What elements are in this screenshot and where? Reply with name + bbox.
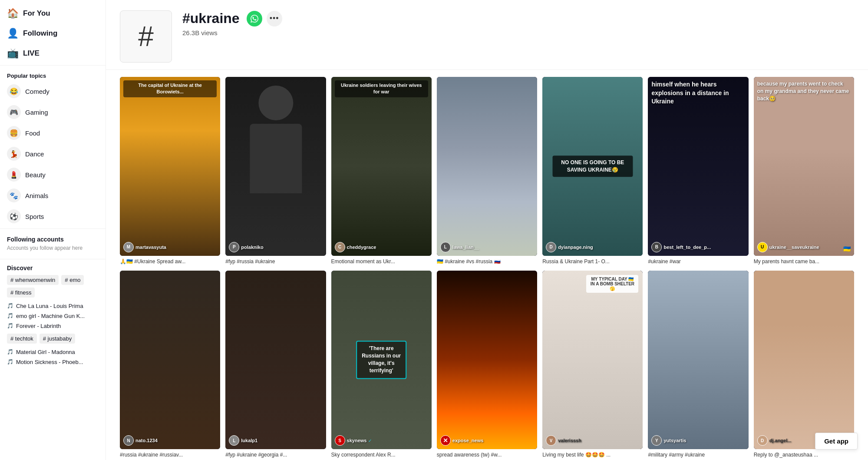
- card3-username: cheddygrace: [347, 245, 376, 250]
- sidebar-topic-comedy[interactable]: 😂 Comedy: [0, 81, 106, 102]
- beauty-icon: 💄: [7, 168, 21, 182]
- card4-user-badge: L lawa_lian__: [440, 242, 479, 252]
- sidebar-topic-sports[interactable]: ⚽ Sports: [0, 206, 106, 227]
- sidebar: 🏠 For You 👤 Following 📺 LIVE Popular top…: [0, 0, 106, 460]
- song-material-girl[interactable]: 🎵 Material Girl - Madonna: [7, 347, 99, 357]
- song-che-la-luna[interactable]: 🎵 Che La Luna - Louis Prima: [7, 301, 99, 311]
- sidebar-nav-item-live[interactable]: 📺 LIVE: [0, 43, 106, 63]
- food-icon: 🍔: [7, 126, 21, 140]
- card12-user-badge: V valerisssh: [546, 435, 581, 446]
- card9-user-badge: L lukalp1: [229, 435, 257, 446]
- hashtag-views: 26.3B views: [182, 29, 282, 36]
- card1-caption: 🙏🇺🇦 #Ukraine Spread aw...: [120, 258, 220, 265]
- card13-user-badge: Y yutsyartis: [651, 435, 686, 446]
- card14-caption: Reply to @_anasteushaa ...: [754, 451, 854, 459]
- sidebar-nav-item-for-you[interactable]: 🏠 For You: [0, 3, 106, 23]
- video-card-8[interactable]: N nato.1234 #russia #ukraine #russiav...: [120, 271, 220, 459]
- card3-overlay: Ukraine soldiers leaving their wives for…: [335, 80, 428, 97]
- card7-user-badge: U ukraine__saveukraine: [757, 242, 819, 252]
- sidebar-nav-item-following[interactable]: 👤 Following: [0, 23, 106, 43]
- card13-caption: #military #army #ukraine: [648, 451, 748, 459]
- sidebar-nav-label-live: LIVE: [23, 49, 40, 58]
- card7-caption: My parents havnt came ba...: [754, 258, 854, 265]
- following-accounts-section: Following accounts Accounts you follow a…: [0, 231, 106, 257]
- card5-avatar: D: [546, 242, 556, 252]
- card9-avatar: L: [229, 435, 239, 446]
- card5-caption: Russia & Ukraine Part 1- O...: [542, 258, 643, 265]
- card8-username: nato.1234: [135, 438, 158, 443]
- live-icon: 📺: [7, 48, 19, 59]
- video-card-12[interactable]: MY TYPICAL DAY 🇺🇦IN A BOMB SHELTER🫣 V va…: [542, 271, 643, 459]
- tag-emo[interactable]: # emo: [61, 275, 84, 285]
- card11-caption: spread awareness (tw) #w...: [437, 451, 537, 459]
- video-card-1[interactable]: The capital of Ukraine at the Borowiets.…: [120, 77, 220, 265]
- card13-avatar: Y: [651, 435, 662, 446]
- tag-techtok[interactable]: # techtok: [7, 334, 37, 344]
- card4-username: lawa_lian__: [452, 245, 479, 250]
- get-app-button[interactable]: Get app: [815, 433, 858, 450]
- card14-user-badge: D dj.angel...: [757, 435, 792, 446]
- person-icon: 👤: [7, 28, 19, 39]
- gaming-label: Gaming: [25, 109, 48, 116]
- tag-justababy[interactable]: # justababy: [40, 334, 76, 344]
- card10-user-badge: S skynews ✓: [335, 435, 372, 446]
- song-forever[interactable]: 🎵 Forever - Labrinth: [7, 321, 99, 331]
- card7-username: ukraine__saveukraine: [769, 245, 819, 250]
- sidebar-topic-animals[interactable]: 🐾 Animals: [0, 185, 106, 206]
- sidebar-topic-beauty[interactable]: 💄 Beauty: [0, 164, 106, 185]
- popular-topics-title: Popular topics: [0, 67, 106, 81]
- song-motion-sickness[interactable]: 🎵 Motion Sickness - Phoeb...: [7, 357, 99, 367]
- card4-caption: 🇺🇦 #ukraine #vs #russia 🇷🇺: [437, 258, 537, 265]
- sidebar-topic-food[interactable]: 🍔 Food: [0, 122, 106, 143]
- card8-avatar: N: [123, 435, 134, 446]
- card10-username: skynews: [347, 438, 367, 443]
- card6-user-badge: B best_left_to_dee_p...: [651, 242, 711, 252]
- tag-fitness[interactable]: # fitness: [7, 288, 35, 298]
- video-card-10[interactable]: 'There are Russians in our village, it's…: [331, 271, 432, 459]
- comedy-label: Comedy: [25, 88, 50, 95]
- card10-overlay-box: 'There are Russians in our village, it's…: [356, 341, 406, 379]
- video-card-3[interactable]: Ukraine soldiers leaving their wives for…: [331, 77, 432, 265]
- discover-title: Discover: [7, 265, 99, 271]
- video-card-11[interactable]: ✕ expose_news spread awareness (tw) #w..…: [437, 271, 537, 459]
- main-content: # #ukraine ••• 26.3B views: [106, 0, 868, 460]
- card14-avatar: D: [757, 435, 768, 446]
- card1-avatar: M: [123, 242, 134, 252]
- card10-verified: ✓: [368, 438, 372, 443]
- card2-user-badge: P polakniko: [229, 242, 263, 252]
- hashtag-title: #ukraine: [182, 10, 240, 26]
- hashtag-header: # #ukraine ••• 26.3B views: [106, 0, 868, 70]
- sidebar-topic-gaming[interactable]: 🎮 Gaming: [0, 102, 106, 122]
- sports-icon: ⚽: [7, 209, 21, 223]
- beauty-label: Beauty: [25, 171, 46, 179]
- video-card-13[interactable]: Y yutsyartis #military #army #ukraine: [648, 271, 748, 459]
- video-card-9[interactable]: L lukalp1 #fyp #ukraine #georgia #...: [225, 271, 326, 459]
- card10-avatar: S: [335, 435, 345, 446]
- card9-caption: #fyp #ukraine #georgia #...: [225, 451, 326, 459]
- video-card-14[interactable]: D dj.angel... 🇺🇦 Reply to @_anasteushaa …: [754, 271, 854, 459]
- dance-label: Dance: [25, 150, 44, 158]
- sidebar-nav-label-for-you: For You: [23, 9, 50, 18]
- video-card-5[interactable]: NO ONE IS GOING TO BE SAVING UKRAINE😢 D …: [542, 77, 643, 265]
- card3-avatar: C: [335, 242, 345, 252]
- card11-avatar: ✕: [440, 435, 451, 446]
- card8-caption: #russia #ukraine #russiav...: [120, 451, 220, 459]
- more-options-button[interactable]: •••: [267, 11, 282, 26]
- sidebar-topic-dance[interactable]: 💃 Dance: [0, 143, 106, 164]
- hashtag-info: #ukraine ••• 26.3B views: [182, 10, 282, 36]
- song-emo-girl[interactable]: 🎵 emo girl - Machine Gun K...: [7, 311, 99, 321]
- tag-whenwomenwin[interactable]: # whenwomenwin: [7, 275, 59, 285]
- whatsapp-button[interactable]: [247, 11, 262, 26]
- video-card-6[interactable]: himself when he hears explosions in a di…: [648, 77, 748, 265]
- card7-flag: 🇺🇦: [843, 245, 851, 252]
- card1-overlay: The capital of Ukraine at the Borowiets.…: [123, 80, 217, 97]
- video-card-4[interactable]: L lawa_lian__ 🇺🇦 #ukraine #vs #russia 🇷🇺: [437, 77, 537, 265]
- home-icon: 🏠: [7, 8, 19, 19]
- video-card-2[interactable]: P polakniko #fyp #russia #ukraine: [225, 77, 326, 265]
- card12-username: valerisssh: [558, 438, 581, 443]
- music-note-icon: 🎵: [7, 349, 13, 355]
- card13-username: yutsyartis: [663, 438, 686, 443]
- hashtag-icon: #: [120, 10, 172, 63]
- video-card-7[interactable]: because my parents went to check on my g…: [754, 77, 854, 265]
- discover-tags: # whenwomenwin # emo # fitness: [7, 275, 99, 298]
